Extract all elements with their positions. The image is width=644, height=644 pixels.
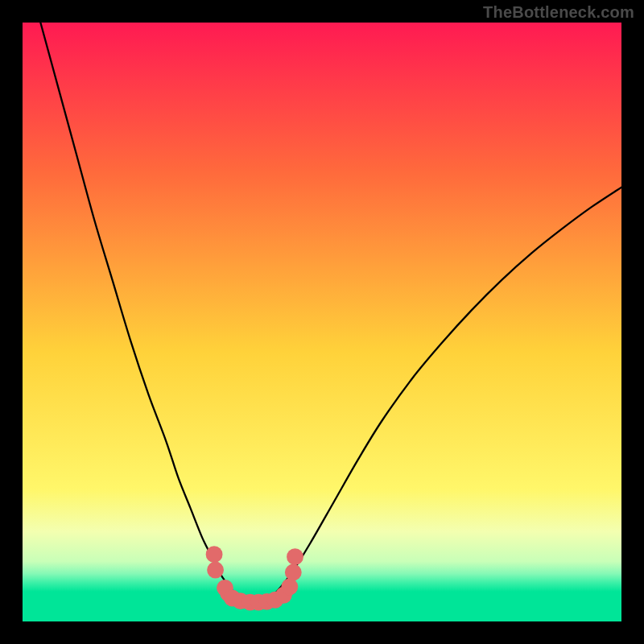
valley-dot (281, 578, 298, 595)
valley-dot (287, 548, 303, 565)
gradient-background (23, 23, 621, 621)
valley-dot (285, 564, 302, 581)
plot-svg (23, 23, 621, 621)
attribution-text: TheBottleneck.com (483, 3, 634, 22)
valley-dot (206, 546, 223, 563)
chart-stage: TheBottleneck.com (0, 0, 644, 644)
valley-dot (207, 562, 224, 579)
plot-area (23, 23, 621, 621)
